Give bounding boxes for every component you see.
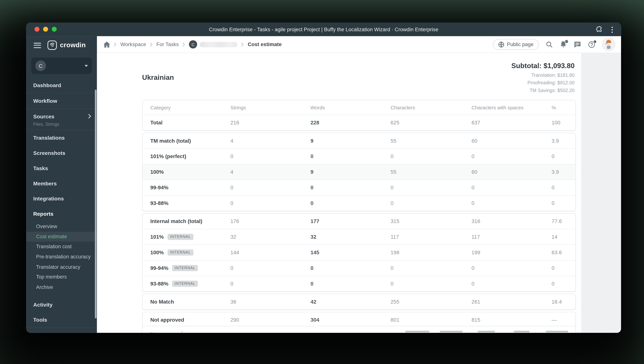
value-cell: 198	[390, 249, 472, 256]
table-group: TM match (total)4955603.9101% (perfect)0…	[142, 133, 576, 211]
sidebar-item-workflow[interactable]: Workflow	[26, 93, 97, 109]
sidebar-item-activity[interactable]: Activity	[26, 297, 97, 312]
table-row: 99-94%INTERNAL00000	[142, 260, 576, 276]
sidebar-item-reports-overview[interactable]: Overview	[26, 221, 97, 232]
report-content: Ukrainian Subtotal: $1,093.80 Translatio…	[97, 53, 621, 333]
notification-badge	[564, 40, 568, 44]
table-group: Not approved290304801815—	[142, 312, 576, 328]
category-cell: Total	[150, 120, 230, 126]
table-header-row: CategoryStringsWordsCharactersCharacters…	[142, 100, 576, 115]
sidebar-item-reports-cost-estimate[interactable]: Cost estimate	[26, 231, 97, 242]
zoom-window-button[interactable]	[52, 27, 57, 32]
value-cell: 0	[390, 184, 472, 191]
value-cell: 0	[310, 265, 390, 271]
value-cell: 315	[390, 218, 472, 224]
value-cell: 63.6	[552, 249, 576, 256]
breadcrumb-current: Cost estimate	[248, 42, 282, 47]
category-cell: No Match	[150, 299, 230, 305]
column-header: Strings	[230, 105, 310, 111]
sidebar-item-sources[interactable]: Sources Files, Strings	[26, 109, 97, 130]
table-row: 100%INTERNAL14414519819963.6	[142, 244, 576, 260]
column-header: Characters with spaces	[472, 105, 552, 111]
sidebar-scrollbar[interactable]	[95, 90, 96, 318]
sidebar-item-reports-pretranslation-accuracy[interactable]: Pre-translation accuracy	[26, 252, 97, 262]
sidebar-menu: Dashboard Workflow Sources Files, String…	[26, 78, 97, 333]
sidebar-item-tasks[interactable]: Tasks	[26, 161, 97, 176]
table-group: CategoryStringsWordsCharactersCharacters…	[142, 100, 576, 131]
sidebar-item-translations[interactable]: Translations	[26, 130, 97, 146]
breadcrumb-bar: Workspace For Tasks C Cost estimate	[97, 36, 621, 53]
category-cell: Not approved	[150, 317, 230, 323]
workspace-switcher[interactable]: C	[31, 58, 92, 74]
value-cell: 0	[230, 281, 310, 287]
table-row: TM match (total)4955603.9	[142, 133, 576, 148]
value-cell: 290	[230, 317, 310, 323]
subtotal-value: Subtotal: $1,093.80	[511, 62, 574, 70]
value-cell: 0	[310, 184, 390, 191]
browser-menu-icon[interactable]	[611, 26, 613, 34]
value-cell: —	[552, 317, 576, 323]
value-cell: 0	[390, 281, 472, 287]
value-cell: 261	[472, 299, 552, 305]
crowdin-logo[interactable]: crowdin	[47, 40, 86, 50]
value-cell: 0	[390, 200, 472, 206]
table-row: 99-94%00000	[142, 180, 576, 195]
table-row: Internal match (total)17617731531677.6	[142, 214, 576, 229]
value-cell: 0	[310, 200, 390, 206]
clipped-text-fragment	[546, 331, 568, 332]
sidebar-item-reports-archive[interactable]: Archive	[26, 282, 97, 292]
sidebar-item-reports-translation-cost[interactable]: Translation cost	[26, 242, 97, 252]
value-cell: 145	[310, 249, 390, 256]
breadcrumb-workspace[interactable]: Workspace	[120, 42, 146, 47]
close-window-button[interactable]	[34, 27, 39, 32]
sidebar-item-screenshots[interactable]: Screenshots	[26, 146, 97, 161]
value-cell: 60	[472, 138, 552, 144]
sidebar-item-settings[interactable]: Settings	[26, 328, 97, 333]
public-page-button[interactable]: Public page	[493, 39, 539, 50]
value-cell: 0	[230, 153, 310, 159]
sidebar-item-reports-translator-accuracy[interactable]: Translator accuracy	[26, 262, 97, 272]
sidebar-item-tools[interactable]: Tools	[26, 312, 97, 327]
messages-icon[interactable]	[574, 41, 581, 48]
value-cell: 625	[390, 120, 472, 126]
extensions-icon[interactable]	[596, 26, 603, 33]
category-cell: 93-88%INTERNAL	[150, 281, 230, 287]
main-area: Workspace For Tasks C Cost estimate	[97, 36, 621, 333]
public-page-label: Public page	[507, 42, 533, 47]
breadcrumb-project[interactable]: C	[189, 40, 238, 49]
value-cell: 199	[472, 249, 552, 256]
column-header: Words	[310, 105, 390, 111]
topbar-actions: Public page	[493, 38, 615, 51]
user-avatar[interactable]	[602, 38, 615, 51]
sidebar-item-reports-top-members[interactable]: Top members	[26, 272, 97, 282]
sidebar-item-integrations[interactable]: Integrations	[26, 191, 97, 206]
help-icon[interactable]	[588, 41, 595, 48]
help-badge	[593, 40, 597, 44]
value-cell: 228	[310, 120, 390, 126]
internal-badge: INTERNAL	[168, 250, 193, 255]
internal-badge: INTERNAL	[172, 265, 198, 271]
value-cell: 637	[472, 120, 552, 126]
column-header: Characters	[390, 105, 472, 111]
value-cell: 55	[390, 138, 472, 144]
sidebar-item-members[interactable]: Members	[26, 176, 97, 191]
value-cell: 815	[472, 317, 552, 323]
sidebar-item-dashboard[interactable]: Dashboard	[26, 78, 97, 93]
category-cell: TM match (total)	[150, 138, 230, 144]
hamburger-menu-icon[interactable]	[34, 41, 41, 49]
value-cell: 77.6	[552, 218, 576, 224]
search-icon[interactable]	[546, 41, 553, 48]
notifications-bell-icon[interactable]	[560, 41, 567, 48]
sidebar: crowdin C Dashboard Workflow Sources	[26, 36, 97, 333]
sidebar-item-reports[interactable]: Reports	[26, 206, 97, 221]
breadcrumb-for-tasks[interactable]: For Tasks	[156, 42, 179, 47]
proofreading-cost-line: Proofreading: $912.00	[511, 80, 574, 85]
chevron-down-icon	[85, 65, 88, 67]
crowdin-logo-icon	[47, 40, 57, 50]
column-header: Category	[150, 105, 230, 111]
value-cell: 100	[552, 120, 576, 126]
clipped-text-fragment	[406, 331, 429, 332]
value-cell: 0	[472, 153, 552, 159]
home-icon[interactable]	[104, 41, 110, 48]
minimize-window-button[interactable]	[43, 27, 48, 32]
